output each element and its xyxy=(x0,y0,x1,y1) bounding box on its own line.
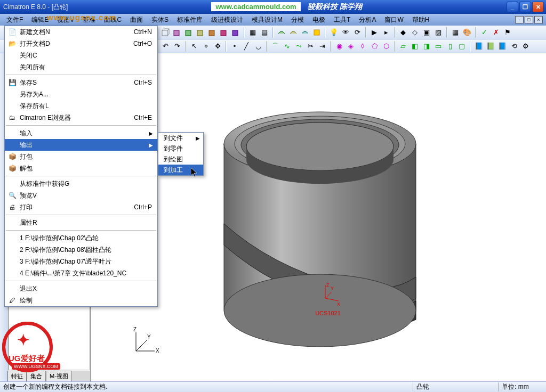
g6-icon[interactable]: ▢ xyxy=(456,41,467,52)
g2-icon[interactable]: ◧ xyxy=(410,41,420,52)
menu-item[interactable]: 🗂Cimatron E浏览器Ctrl+E xyxy=(5,112,157,124)
menu-item[interactable]: 属性R xyxy=(5,217,157,228)
cube-icon[interactable] xyxy=(160,27,171,38)
surf1-icon[interactable] xyxy=(276,27,287,38)
refresh-icon[interactable]: ⟳ xyxy=(352,27,363,38)
menu-window[interactable]: 窗口W xyxy=(380,14,407,26)
menu-item[interactable]: 另存为A... xyxy=(5,88,157,100)
check-icon[interactable]: ✓ xyxy=(479,27,489,38)
curve2-icon[interactable]: ∿ xyxy=(282,41,292,52)
point-icon[interactable]: • xyxy=(229,41,240,52)
s5-icon[interactable]: ⬡ xyxy=(381,41,391,52)
cube5-icon[interactable] xyxy=(207,27,218,38)
menu-tools[interactable]: 工具T xyxy=(330,14,355,26)
pick-icon[interactable]: ⌖ xyxy=(200,41,211,52)
submenu-item[interactable]: 到文件▶ xyxy=(158,133,203,143)
menu-item[interactable]: 关闭C xyxy=(5,50,157,61)
undo-icon[interactable]: ↶ xyxy=(160,41,171,52)
cube7-icon[interactable] xyxy=(230,27,241,38)
curve3-icon[interactable]: ⤳ xyxy=(293,41,304,52)
op3-icon[interactable]: ▣ xyxy=(421,27,432,38)
cube2-icon[interactable] xyxy=(172,27,182,38)
op4-icon[interactable]: ▨ xyxy=(433,27,444,38)
submenu-item[interactable]: 到零件 xyxy=(158,143,203,154)
color-icon[interactable]: 🎨 xyxy=(462,27,472,38)
select-icon[interactable]: ↖ xyxy=(189,41,199,52)
close-button[interactable]: ✕ xyxy=(532,2,544,12)
s4-icon[interactable]: ⬠ xyxy=(369,41,380,52)
gear-icon[interactable]: ⚙ xyxy=(520,41,531,52)
step-icon[interactable]: ▸ xyxy=(381,27,391,38)
layer-icon[interactable]: ▦ xyxy=(247,27,258,38)
minimize-button[interactable]: _ xyxy=(507,2,518,12)
redo-icon[interactable]: ↷ xyxy=(172,41,182,52)
menu-solid[interactable]: 实体S xyxy=(147,14,173,26)
cancel-icon[interactable]: ✗ xyxy=(491,27,501,38)
menu-surface[interactable]: 曲面 xyxy=(126,14,147,26)
menu-item[interactable]: 🔍预览V xyxy=(5,190,157,201)
arc-icon[interactable]: ◡ xyxy=(253,41,263,52)
menu-edit[interactable]: 编辑E xyxy=(27,14,53,26)
surf3-icon[interactable] xyxy=(300,27,310,38)
b1-icon[interactable]: 📘 xyxy=(473,41,484,52)
mdi-close[interactable]: × xyxy=(534,16,543,23)
trim-icon[interactable]: ✂ xyxy=(305,41,316,52)
menu-item[interactable]: 关闭所有 xyxy=(5,61,157,73)
menu-item[interactable]: 3 F:\操作范例\Chap 07\透平叶片 xyxy=(5,256,157,267)
s2-icon[interactable]: ◈ xyxy=(346,41,356,52)
eye-icon[interactable]: 👁 xyxy=(340,27,351,38)
menu-item[interactable]: 2 F:\操作范例\Chap 08\圆柱凸轮 xyxy=(5,244,157,256)
ext-icon[interactable]: ⇥ xyxy=(317,41,327,52)
b3-icon[interactable]: 📘 xyxy=(497,41,508,52)
menu-item[interactable]: 💾保存SCtrl+S xyxy=(5,77,157,88)
menu-item[interactable]: 1 F:\操作范例\Chap 02\凸轮 xyxy=(5,232,157,244)
menu-item[interactable]: 📂打开文档DCtrl+O xyxy=(5,38,157,50)
surf4-icon[interactable] xyxy=(311,27,322,38)
bulb-icon[interactable]: 💡 xyxy=(328,27,339,38)
g5-icon[interactable]: ▯ xyxy=(445,41,455,52)
3d-viewport[interactable]: X Z Y X Z Y UCS1021 xyxy=(91,53,546,381)
cy-icon[interactable]: ⟲ xyxy=(509,41,519,52)
menu-item[interactable]: 输出▶ xyxy=(5,139,157,151)
op2-icon[interactable]: ◇ xyxy=(410,27,420,38)
menu-file[interactable]: 文件F xyxy=(2,14,27,26)
surf2-icon[interactable] xyxy=(288,27,299,38)
menu-item[interactable]: 📦打包 xyxy=(5,151,157,162)
s1-icon[interactable]: ◉ xyxy=(334,41,344,52)
menu-help[interactable]: 帮助H xyxy=(408,14,434,26)
menu-item[interactable]: 🖨打印Ctrl+P xyxy=(5,201,157,213)
menu-mold[interactable]: 模具设计M xyxy=(247,14,287,26)
grid-icon[interactable]: ▦ xyxy=(450,27,461,38)
mdi-max[interactable]: □ xyxy=(525,16,533,23)
flag-icon[interactable]: ⚑ xyxy=(502,27,513,38)
curve1-icon[interactable]: ⌒ xyxy=(270,41,280,52)
menu-item[interactable]: 退出X xyxy=(5,283,157,295)
menu-item[interactable]: 从标准件中获得G xyxy=(5,178,157,190)
maximize-button[interactable]: ❐ xyxy=(519,2,531,12)
menu-view[interactable]: 视图V xyxy=(53,14,78,26)
s3-icon[interactable]: ◊ xyxy=(357,41,368,52)
menu-progdie[interactable]: 级进模设计 xyxy=(207,14,247,26)
menu-item[interactable]: 保存所有L xyxy=(5,100,157,112)
menu-item[interactable]: 📄新建文档NCtrl+N xyxy=(5,26,157,38)
menu-item[interactable]: 输入▶ xyxy=(5,127,157,139)
g4-icon[interactable]: ▭ xyxy=(433,41,444,52)
cube4-icon[interactable] xyxy=(195,27,206,38)
submenu-item[interactable]: 到绘图 xyxy=(158,154,203,165)
menu-parting[interactable]: 分模 xyxy=(287,14,308,26)
menu-item[interactable]: 🖊绘制 xyxy=(5,295,157,306)
pan-icon[interactable]: ✥ xyxy=(212,41,223,52)
menu-curve[interactable]: 曲线C xyxy=(100,14,126,26)
menu-item[interactable]: 4 E:\稿件\...\第7章 文件\blade120_NC xyxy=(5,267,157,279)
menu-item[interactable]: 📦解包 xyxy=(5,162,157,174)
play-icon[interactable]: ▶ xyxy=(369,27,380,38)
menu-electrode[interactable]: 电极 xyxy=(308,14,330,26)
g1-icon[interactable]: ▱ xyxy=(398,41,408,52)
line-icon[interactable]: ╱ xyxy=(241,41,252,52)
cube6-icon[interactable] xyxy=(219,27,229,38)
op1-icon[interactable]: ◆ xyxy=(398,27,408,38)
menu-analyze[interactable]: 分析A xyxy=(355,14,380,26)
menu-datum[interactable]: 基准 xyxy=(78,14,100,26)
g3-icon[interactable]: ◨ xyxy=(421,41,432,52)
menu-stdlib[interactable]: 标准件库 xyxy=(173,14,207,26)
